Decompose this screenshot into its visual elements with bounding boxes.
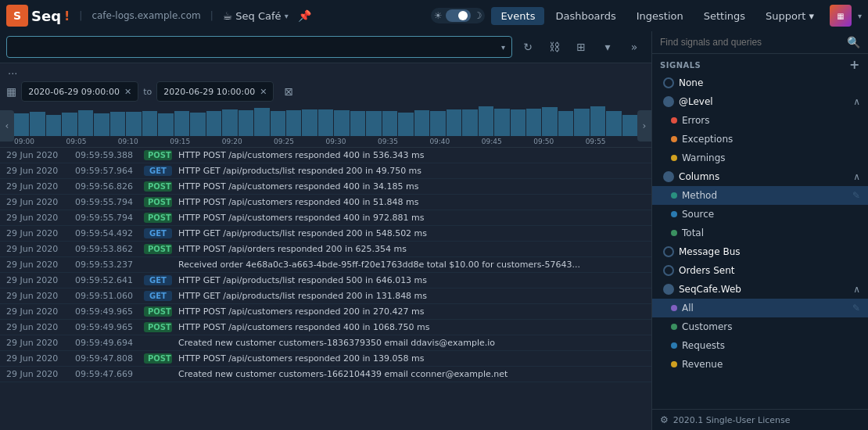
log-message: HTTP GET /api/products/list responded 20… [178, 166, 645, 176]
log-date: 29 Jun 2020 [6, 181, 69, 192]
level-chevron-icon[interactable]: ∧ [853, 96, 860, 107]
refresh-icon: ↻ [523, 41, 533, 53]
log-date: 29 Jun 2020 [6, 275, 69, 285]
query-dropdown-icon[interactable]: ▾ [501, 43, 505, 52]
signal-radio-none [663, 77, 674, 88]
signal-item-revenue[interactable]: Revenue [652, 355, 868, 374]
histogram-bar [590, 106, 605, 136]
histogram-bar [447, 109, 461, 136]
log-row[interactable]: 29 Jun 202009:59:59.388POSTHTTP POST /ap… [0, 148, 651, 163]
log-row[interactable]: 29 Jun 202009:59:49.965POSTHTTP POST /ap… [0, 304, 651, 320]
log-time: 09:59:51.060 [75, 291, 138, 301]
histogram-bar [110, 112, 125, 136]
signal-item-orders-sent[interactable]: Orders Sent [652, 261, 868, 280]
log-method-badge: GET [144, 291, 172, 301]
signal-messagebus-label: Message Bus [679, 246, 860, 257]
customers-dot [671, 324, 677, 330]
nav-item-ingestion[interactable]: Ingestion [627, 7, 693, 25]
date-bar: ▦ 2020-06-29 09:00:00 ✕ to 2020-06-29 10… [0, 78, 651, 105]
grid-button[interactable]: ⊞ [570, 36, 592, 58]
total-label: Total [682, 228, 860, 238]
histogram-axis-label: 09:10 [118, 138, 170, 145]
signal-item-none[interactable]: None [652, 73, 868, 92]
link-button[interactable]: ⛓ [543, 36, 565, 58]
log-row[interactable]: 29 Jun 202009:59:53.862POSTHTTP POST /ap… [0, 242, 651, 257]
signal-item-customers[interactable]: Customers [652, 317, 868, 336]
log-date: 29 Jun 2020 [6, 322, 69, 332]
all-edit-icon[interactable]: ✎ [852, 303, 860, 314]
log-row[interactable]: 29 Jun 202009:59:47.808POSTHTTP POST /ap… [0, 351, 651, 367]
histogram-axis-label: 09:35 [378, 138, 429, 145]
signal-item-all[interactable]: All ✎ [652, 299, 868, 317]
log-message: HTTP GET /api/products/list responded 50… [178, 275, 645, 285]
signal-item-requests[interactable]: Requests [652, 336, 868, 355]
signal-item-message-bus[interactable]: Message Bus [652, 242, 868, 261]
histogram-axis-label: 09:30 [326, 138, 378, 145]
histogram-nav-left-button[interactable]: ‹ [0, 110, 14, 142]
query-input[interactable] [13, 41, 501, 52]
workspace-selector[interactable]: ☕ Seq Café ▾ [223, 9, 289, 22]
signal-item-seqcafe-web[interactable]: SeqCafe.Web ∧ [652, 280, 868, 299]
log-row[interactable]: 29 Jun 202009:59:57.964GETHTTP GET /api/… [0, 163, 651, 179]
refresh-button[interactable]: ↻ [517, 36, 539, 58]
seq-logo-icon: S [6, 5, 28, 27]
date-from-clear-icon[interactable]: ✕ [124, 87, 131, 97]
nav-item-settings[interactable]: Settings [694, 7, 755, 25]
histogram-bar [382, 111, 397, 136]
log-row[interactable]: 29 Jun 202009:59:47.669Created new custo… [0, 367, 651, 382]
method-edit-icon[interactable]: ✎ [852, 190, 860, 201]
signals-search-input[interactable] [660, 37, 842, 48]
nav-item-events[interactable]: Events [491, 7, 544, 25]
log-message: HTTP POST /api/customers responded 200 i… [178, 306, 645, 317]
signal-item-errors[interactable]: Errors [652, 111, 868, 130]
signal-item-level[interactable]: @Level ∧ [652, 92, 868, 111]
query-bar: ▾ ↻ ⛓ ⊞ ▾ » [0, 31, 651, 63]
date-from-input[interactable]: 2020-06-29 09:00:00 ✕ [21, 81, 138, 102]
nav-item-support[interactable]: Support ▾ [756, 7, 823, 25]
histogram-bar [479, 106, 493, 136]
histogram-bar [350, 111, 365, 136]
signal-item-method[interactable]: Method ✎ [652, 186, 868, 205]
log-row[interactable]: 29 Jun 202009:59:49.694Created new custo… [0, 335, 651, 351]
link-icon: ⛓ [549, 41, 560, 53]
histogram-bar [30, 112, 45, 136]
log-row[interactable]: 29 Jun 202009:59:53.237Received order 4e… [0, 257, 651, 273]
histogram-nav-right-button[interactable]: › [637, 110, 651, 142]
histogram-axis-label: 09:25 [274, 138, 325, 145]
histogram-bar [158, 113, 173, 136]
add-signal-button[interactable]: + [849, 59, 860, 71]
more-button[interactable]: » [623, 36, 645, 58]
revenue-label: Revenue [682, 359, 860, 370]
chevron-button[interactable]: ▾ [597, 36, 619, 58]
log-row[interactable]: 29 Jun 202009:59:51.060GETHTTP GET /api/… [0, 288, 651, 304]
sun-icon: ☀ [434, 10, 443, 21]
query-input-wrap[interactable]: ▾ [6, 36, 512, 58]
log-row[interactable]: 29 Jun 202009:59:52.641GETHTTP GET /api/… [0, 273, 651, 288]
log-row[interactable]: 29 Jun 202009:59:54.492GETHTTP GET /api/… [0, 226, 651, 242]
tail-button[interactable]: ⊠ [278, 81, 299, 102]
nav-item-dashboards[interactable]: Dashboards [546, 7, 625, 25]
theme-toggle[interactable]: ☀ ☽ [431, 8, 486, 23]
histogram-bars [14, 105, 637, 136]
log-row[interactable]: 29 Jun 202009:59:56.826POSTHTTP POST /ap… [0, 179, 651, 195]
date-to-clear-icon[interactable]: ✕ [260, 87, 267, 97]
histogram-bar [222, 109, 237, 136]
signal-item-source[interactable]: Source [652, 205, 868, 224]
signal-item-columns[interactable]: Columns ∧ [652, 167, 868, 186]
user-avatar[interactable]: ▦ [830, 5, 852, 27]
seqcafe-chevron-icon[interactable]: ∧ [853, 284, 860, 295]
log-row[interactable]: 29 Jun 202009:59:49.965POSTHTTP POST /ap… [0, 320, 651, 335]
signal-item-warnings[interactable]: Warnings [652, 149, 868, 167]
date-to-input[interactable]: 2020-06-29 10:00:00 ✕ [156, 81, 274, 102]
log-message: HTTP GET /api/products/list responded 20… [178, 228, 645, 238]
log-list: 29 Jun 202009:59:59.388POSTHTTP POST /ap… [0, 148, 651, 430]
columns-chevron-icon[interactable]: ∧ [853, 171, 860, 182]
log-row[interactable]: 29 Jun 202009:59:55.794POSTHTTP POST /ap… [0, 210, 651, 226]
log-message: HTTP POST /api/customers responded 400 i… [178, 181, 645, 192]
signal-item-exceptions[interactable]: Exceptions [652, 130, 868, 149]
log-row[interactable]: 29 Jun 202009:59:55.794POSTHTTP POST /ap… [0, 195, 651, 210]
avatar-chevron-icon[interactable]: ▾ [858, 12, 862, 20]
signal-item-total[interactable]: Total [652, 224, 868, 242]
toggle-track[interactable] [446, 9, 471, 22]
signal-orders-label: Orders Sent [679, 265, 860, 276]
